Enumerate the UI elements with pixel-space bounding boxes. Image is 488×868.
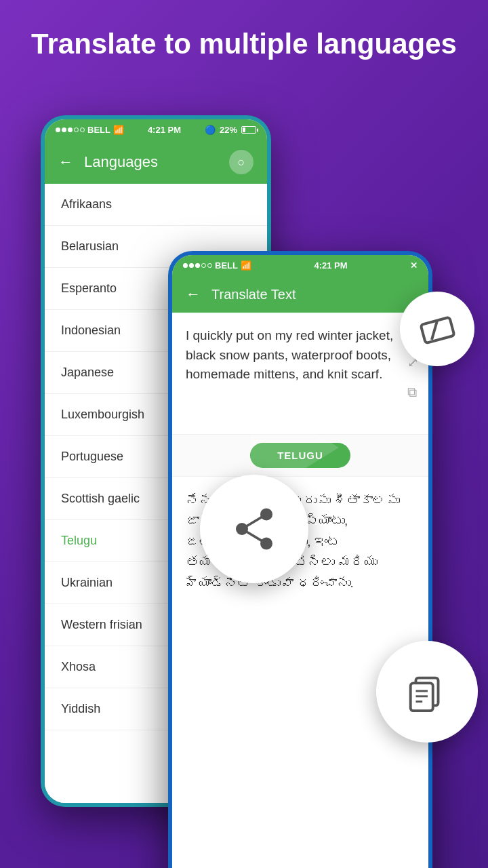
svg-line-4 xyxy=(242,529,266,544)
fdot5 xyxy=(207,263,212,268)
battery-icon-back xyxy=(241,126,256,134)
fdot1 xyxy=(183,263,188,268)
signal-dots xyxy=(56,127,85,132)
wifi-icon-back: 📶 xyxy=(113,125,124,135)
status-right-front: ✕ xyxy=(410,260,418,271)
status-bar-front: BELL 📶 4:21 PM ✕ xyxy=(172,255,428,276)
back-button-front[interactable]: ← xyxy=(186,285,201,303)
dot4 xyxy=(74,127,79,132)
dot5 xyxy=(80,127,85,132)
search-button-back[interactable]: ○ xyxy=(229,150,253,174)
carrier-front: BELL xyxy=(215,260,238,271)
deco-arrow-2 xyxy=(264,610,352,719)
nav-bar-back: ← Languages ○ xyxy=(45,140,267,184)
carrier-back: BELL xyxy=(87,125,110,135)
nav-title-back: Languages xyxy=(84,153,158,171)
battery-fill-back xyxy=(243,127,245,132)
share-circle-large[interactable] xyxy=(200,475,308,583)
bluetooth-icon-back: 🔵 xyxy=(205,125,216,135)
wifi-icon-front: 📶 xyxy=(241,260,251,271)
fdot3 xyxy=(195,263,200,268)
lang-item-afrikaans[interactable]: Afrikaans xyxy=(45,184,267,226)
status-bar-back: BELL 📶 4:21 PM 🔵 22% xyxy=(45,119,267,140)
dot2 xyxy=(62,127,66,132)
signal-dots-front xyxy=(183,263,212,268)
nav-title-front: Translate Text xyxy=(211,287,296,302)
fdot2 xyxy=(189,263,194,268)
copy-icon-large xyxy=(404,669,450,715)
eraser-icon xyxy=(417,309,458,349)
back-button-back[interactable]: ← xyxy=(58,153,73,171)
dot3 xyxy=(68,127,73,132)
status-right-back: 🔵 22% xyxy=(205,125,256,135)
close-icon-front: ✕ xyxy=(410,260,418,271)
status-left-front: BELL 📶 xyxy=(183,260,251,271)
status-left: BELL 📶 xyxy=(56,125,124,135)
fdot4 xyxy=(201,263,206,268)
phone-translate: BELL 📶 4:21 PM ✕ ← Translate Text I quic… xyxy=(168,251,432,868)
time-front: 4:21 PM xyxy=(314,260,347,271)
share-icon-large xyxy=(230,505,279,553)
battery-pct-back: 22% xyxy=(220,125,237,135)
nav-bar-front: ← Translate Text xyxy=(172,276,428,313)
dot1 xyxy=(56,127,60,132)
source-text: I quickly put on my red winter jacket, b… xyxy=(186,328,393,381)
eraser-circle[interactable] xyxy=(400,292,474,366)
search-icon-back: ○ xyxy=(238,155,245,170)
time-back: 4:21 PM xyxy=(148,125,181,135)
copy-icon-small[interactable]: ⧉ xyxy=(407,382,419,402)
svg-line-6 xyxy=(432,321,437,340)
copy-circle[interactable] xyxy=(376,641,478,743)
page-headline: Translate to multiple languages xyxy=(0,0,488,81)
svg-line-3 xyxy=(242,514,266,529)
